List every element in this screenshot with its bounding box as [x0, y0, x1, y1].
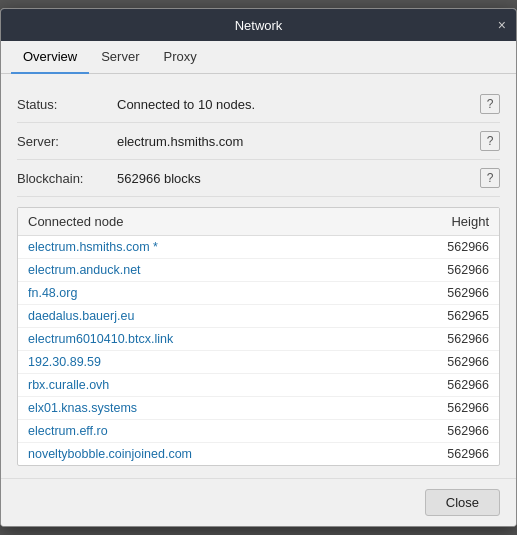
node-name: electrum.anduck.net	[28, 263, 141, 277]
node-name: fn.48.org	[28, 286, 77, 300]
blockchain-row: Blockchain: 562966 blocks ?	[17, 160, 500, 197]
nodes-table-header: Connected node Height	[18, 208, 499, 236]
node-name: noveltybobble.coinjoined.com	[28, 447, 192, 461]
table-row[interactable]: electrum6010410.btcx.link562966	[18, 328, 499, 351]
node-height: 562966	[447, 332, 489, 346]
close-button[interactable]: Close	[425, 489, 500, 516]
col-height-label: Height	[451, 214, 489, 229]
col-node-label: Connected node	[28, 214, 123, 229]
table-row[interactable]: fn.48.org562966	[18, 282, 499, 305]
tab-bar: Overview Server Proxy	[1, 41, 516, 74]
node-height: 562965	[447, 309, 489, 323]
footer: Close	[1, 478, 516, 526]
server-label: Server:	[17, 134, 117, 149]
status-help-button[interactable]: ?	[480, 94, 500, 114]
network-dialog: Network × Overview Server Proxy Status: …	[0, 8, 517, 527]
server-row: Server: electrum.hsmiths.com ?	[17, 123, 500, 160]
table-row[interactable]: rbx.curalle.ovh562966	[18, 374, 499, 397]
table-row[interactable]: daedalus.bauerj.eu562965	[18, 305, 499, 328]
status-value: Connected to 10 nodes.	[117, 97, 480, 112]
node-height: 562966	[447, 263, 489, 277]
nodes-table: Connected node Height electrum.hsmiths.c…	[17, 207, 500, 466]
node-height: 562966	[447, 447, 489, 461]
node-name: elx01.knas.systems	[28, 401, 137, 415]
close-icon[interactable]: ×	[498, 18, 506, 32]
node-height: 562966	[447, 286, 489, 300]
tab-overview[interactable]: Overview	[11, 41, 89, 74]
blockchain-label: Blockchain:	[17, 171, 117, 186]
node-name: electrum.hsmiths.com *	[28, 240, 158, 254]
server-value: electrum.hsmiths.com	[117, 134, 480, 149]
node-name: 192.30.89.59	[28, 355, 101, 369]
table-row[interactable]: noveltybobble.coinjoined.com562966	[18, 443, 499, 465]
table-row[interactable]: 192.30.89.59562966	[18, 351, 499, 374]
server-help-button[interactable]: ?	[480, 131, 500, 151]
status-label: Status:	[17, 97, 117, 112]
node-name: rbx.curalle.ovh	[28, 378, 109, 392]
node-height: 562966	[447, 378, 489, 392]
table-row[interactable]: electrum.eff.ro562966	[18, 420, 499, 443]
node-name: electrum6010410.btcx.link	[28, 332, 173, 346]
blockchain-help-button[interactable]: ?	[480, 168, 500, 188]
tab-content: Status: Connected to 10 nodes. ? Server:…	[1, 74, 516, 478]
node-name: daedalus.bauerj.eu	[28, 309, 134, 323]
title-bar: Network ×	[1, 9, 516, 41]
node-name: electrum.eff.ro	[28, 424, 108, 438]
dialog-title: Network	[235, 18, 283, 33]
node-height: 562966	[447, 424, 489, 438]
node-height: 562966	[447, 240, 489, 254]
tab-server[interactable]: Server	[89, 41, 151, 74]
table-row[interactable]: electrum.anduck.net562966	[18, 259, 499, 282]
blockchain-value: 562966 blocks	[117, 171, 480, 186]
node-height: 562966	[447, 355, 489, 369]
table-row[interactable]: electrum.hsmiths.com *562966	[18, 236, 499, 259]
tab-proxy[interactable]: Proxy	[151, 41, 208, 74]
nodes-list[interactable]: electrum.hsmiths.com *562966electrum.and…	[18, 236, 499, 465]
node-height: 562966	[447, 401, 489, 415]
status-row: Status: Connected to 10 nodes. ?	[17, 86, 500, 123]
table-row[interactable]: elx01.knas.systems562966	[18, 397, 499, 420]
